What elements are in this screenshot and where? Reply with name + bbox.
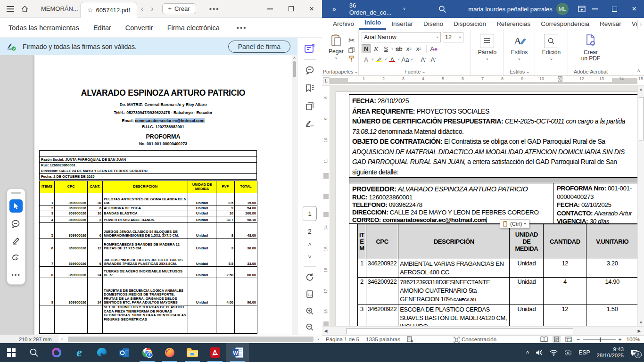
- tab-archivo[interactable]: Archivo: [328, 19, 359, 30]
- bold-button[interactable]: N: [362, 44, 371, 53]
- bookmarks-panel-icon[interactable]: [302, 81, 318, 96]
- grow-font-button[interactable]: Aˆ: [419, 55, 428, 64]
- supplier-block[interactable]: PROVEEDOR: ALVARADO ESPINOZA ARTURO PATR…: [349, 183, 637, 224]
- focus-mode-button[interactable]: Concentración: [454, 337, 496, 343]
- shrink-font-button[interactable]: Aˇ: [429, 55, 438, 64]
- menu-editar[interactable]: Editar: [93, 24, 111, 32]
- spellcheck-icon[interactable]: [407, 336, 414, 343]
- tab-prev-icon[interactable]: ‹: [137, 5, 147, 13]
- tab-selector[interactable]: L: [323, 77, 330, 84]
- scroll-left-icon[interactable]: ‹: [58, 337, 66, 342]
- comments-panel-icon[interactable]: [302, 63, 318, 78]
- print-layout-icon[interactable]: [553, 336, 561, 343]
- star-icon[interactable]: ☆: [87, 6, 93, 14]
- internet-explorer-icon[interactable]: e: [68, 343, 91, 362]
- scroll-down-icon[interactable]: ▼: [638, 319, 644, 326]
- strikethrough-button[interactable]: ab: [395, 44, 404, 53]
- scroll-up-icon[interactable]: ˄: [292, 55, 297, 61]
- pdf-vertical-scrollbar[interactable]: ˄: [292, 55, 297, 335]
- more-tools-icon[interactable]: •••: [9, 269, 23, 280]
- paste-button[interactable]: Pegar˅: [325, 32, 347, 62]
- hidden-icons-chevron[interactable]: ˄: [526, 349, 529, 356]
- word-items-table[interactable]: ITEM CPC DESCRIPCIÓN UNIDAD DE MEDIDA CA…: [357, 224, 637, 326]
- edge-icon[interactable]: [91, 343, 113, 362]
- dialog-launcher-icon[interactable]: ⌐: [527, 70, 529, 74]
- tab-referencias[interactable]: Referencias: [491, 19, 536, 30]
- change-case-dropdown-icon[interactable]: ˅: [411, 58, 413, 62]
- crear-button[interactable]: +Crear: [162, 3, 196, 14]
- indent-marker[interactable]: [558, 76, 562, 82]
- horizontal-ruler[interactable]: L 1 2 3 4 5 6 7 8 9 10 12 13 14 15: [322, 76, 644, 86]
- language-indicator[interactable]: ESP: [578, 349, 590, 356]
- text-effects-button[interactable]: A: [362, 55, 371, 64]
- page-indicator[interactable]: Página 1 de 5: [326, 337, 359, 342]
- rotate-page-icon[interactable]: [302, 270, 318, 285]
- file-explorer-icon[interactable]: [181, 343, 204, 362]
- wifi-icon[interactable]: [550, 350, 558, 356]
- tab-insertar[interactable]: Insertar: [386, 19, 418, 30]
- subscript-button[interactable]: x2: [405, 44, 413, 53]
- drag-handle[interactable]: [11, 192, 21, 194]
- tab-inicio[interactable]: Inicio: [359, 17, 386, 30]
- highlight-dropdown-icon[interactable]: ˅: [385, 58, 387, 62]
- font-color-button[interactable]: A: [388, 55, 396, 64]
- acrobat-icon[interactable]: [204, 343, 226, 362]
- user-name[interactable]: maria lourdes peñafiel parrales: [468, 6, 552, 13]
- copy-icon[interactable]: [348, 47, 355, 53]
- minimize-button[interactable]: [260, 0, 281, 17]
- scroll-left-icon[interactable]: ◀: [322, 329, 330, 333]
- collapse-ribbon-icon[interactable]: ˄: [637, 68, 640, 74]
- page-thumbnails-icon[interactable]: [302, 99, 318, 114]
- styles-button[interactable]: A Estilos˅: [507, 32, 531, 63]
- scroll-right-icon[interactable]: ›: [314, 337, 322, 342]
- chrome-icon[interactable]: [136, 343, 158, 362]
- paste-options-button[interactable]: (Ctrl) ▾: [500, 219, 529, 228]
- select-tool-button[interactable]: [9, 199, 23, 213]
- clear-formatting-button[interactable]: A◆: [429, 44, 438, 53]
- pdf-horizontal-scrollbar[interactable]: ‹ ›: [58, 335, 322, 343]
- word-vertical-scrollbar[interactable]: ▲ ▼: [637, 86, 644, 326]
- tab-disposicion[interactable]: Disposición: [448, 19, 491, 30]
- dialog-launcher-icon[interactable]: ⌐: [355, 70, 358, 74]
- underline-dropdown-icon[interactable]: ˅: [391, 47, 394, 51]
- maximize-button[interactable]: [605, 0, 625, 18]
- tab-diseno[interactable]: Diseño: [418, 19, 448, 30]
- paragraph-button[interactable]: Párrafo˅: [474, 32, 500, 63]
- styles-dropdown-icon[interactable]: ˅: [518, 57, 520, 61]
- paragraph-dropdown-icon[interactable]: ˅: [486, 57, 488, 61]
- scroll-right-icon[interactable]: ▶: [636, 329, 643, 333]
- menu-convertir[interactable]: Convertir: [125, 24, 153, 32]
- close-button[interactable]: ×: [625, 0, 644, 18]
- avatar[interactable]: ML: [556, 3, 569, 15]
- draw-lasso-tool-button[interactable]: [9, 252, 23, 263]
- export-pdf-icon[interactable]: [302, 41, 318, 57]
- page-fit-icon[interactable]: 1:1: [302, 287, 318, 302]
- menu-hamburger-icon[interactable]: [7, 6, 14, 12]
- zoom-in-icon[interactable]: [302, 304, 318, 319]
- start-button[interactable]: [0, 343, 23, 362]
- zoom-out-icon[interactable]: −: [577, 337, 580, 342]
- document-text[interactable]: FECHA: 28/10/2025 ÁREA REQUIRENTE: PROYE…: [349, 95, 637, 177]
- firefox-icon[interactable]: [158, 343, 181, 362]
- zoom-in-icon[interactable]: +: [619, 337, 622, 342]
- tab-next-icon[interactable]: ›: [147, 5, 157, 13]
- minimize-button[interactable]: [586, 0, 605, 18]
- italic-button[interactable]: K: [372, 44, 380, 53]
- close-button[interactable]: ×: [301, 0, 322, 17]
- tab-correspondencia[interactable]: Correspondencia: [536, 19, 594, 30]
- underline-button[interactable]: S: [381, 44, 390, 53]
- signatures-panel-icon[interactable]: [302, 116, 318, 132]
- tab-revisar[interactable]: Revisar: [594, 19, 627, 30]
- zoom-level[interactable]: 100%: [627, 337, 640, 342]
- maximize-button[interactable]: [281, 0, 301, 17]
- page-down-icon[interactable]: ˅: [308, 254, 312, 261]
- document-title[interactable]: 36 Orden_de_co... ˅: [345, 2, 411, 16]
- volume-icon[interactable]: [536, 349, 543, 356]
- font-color-dropdown-icon[interactable]: ˅: [397, 58, 400, 62]
- ribbon-display-options-icon[interactable]: [578, 6, 586, 12]
- word-page[interactable]: FECHA: 28/10/2025 ÁREA REQUIRENTE: PROYE…: [336, 92, 637, 326]
- text-effects-dropdown-icon[interactable]: ˅: [372, 58, 374, 62]
- screen-cast-icon[interactable]: [564, 350, 572, 356]
- tab-active-pdf[interactable]: ☆ 6057412.pdf: [80, 2, 137, 18]
- create-pdf-button[interactable]: Crearun PDF: [578, 32, 604, 64]
